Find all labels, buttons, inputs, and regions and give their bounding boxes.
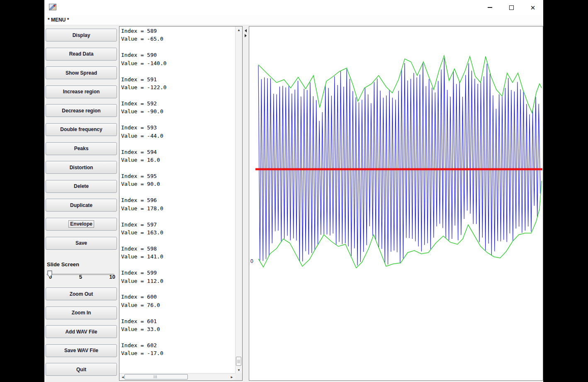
button-label: Peaks [73,145,90,152]
button-label: Quit [75,366,87,373]
log-entry: Index = 593Value = -44.0 [121,124,235,140]
log-line: Value = -44.0 [121,132,235,140]
maximize-icon [509,5,514,10]
sidebar-button-increase-region[interactable]: Increase region [46,85,117,98]
sidebar-button-display[interactable]: Display [46,29,117,41]
scroll-right-icon[interactable]: ► [228,374,235,380]
horizontal-scrollbar-thumb[interactable] [124,374,188,380]
waveform-zero-label: 0 [250,258,253,264]
log-line: Index = 601 [121,317,235,325]
menubar: * MENU * [44,15,543,25]
button-label: Save [74,240,88,246]
log-line: Value = 16.0 [121,156,235,164]
log-entry: Index = 597Value = 163.0 [121,221,235,237]
scroll-up-icon[interactable]: ▲ [236,27,242,33]
titlebar: ✕ [44,0,543,15]
log-line: Value = -140.0 [121,59,235,67]
split-divider[interactable] [243,26,249,381]
log-line: Index = 596 [121,196,235,204]
close-icon: ✕ [530,5,536,11]
button-label: Zoom In [70,309,92,316]
log-line: Value = -122.0 [121,83,235,91]
log-entry: Index = 590Value = -140.0 [121,51,235,67]
split-expand-right-icon[interactable] [245,34,247,37]
scroll-down-icon[interactable]: ▼ [236,367,242,373]
log-line: Index = 595 [121,172,235,180]
window-controls: ✕ [484,0,539,15]
log-entry: Index = 601Value = 33.0 [121,317,235,333]
button-label: Delete [73,183,90,190]
sidebar-button-distortion[interactable]: Distortion [46,161,117,174]
close-button[interactable]: ✕ [527,0,539,15]
log-line: Value = 178.0 [121,204,235,212]
log-line: Value = 112.0 [121,277,235,285]
waveform-panel: 0 [249,26,543,381]
sidebar-button-delete[interactable]: Delete [46,180,117,193]
sidebar-button-add-wav-file[interactable]: Add WAV File [46,325,117,338]
maximize-button[interactable] [505,0,518,15]
screen: ✕ * MENU * DisplayRead DataShow SpreadIn… [0,0,588,382]
sidebar-buttons-top: DisplayRead DataShow SpreadIncrease regi… [46,29,117,255]
horizontal-scrollbar[interactable]: ◄ ► [119,373,235,380]
menu-label: * MENU * [48,17,69,23]
log-line: Value = 90.0 [121,180,235,188]
sidebar: DisplayRead DataShow SpreadIncrease regi… [46,25,117,382]
slider-track[interactable] [46,274,114,275]
sidebar-button-show-spread[interactable]: Show Spread [46,66,117,79]
button-label: Display [71,32,92,39]
log-line: Index = 599 [121,269,235,277]
slider-thumb-icon [47,270,53,278]
app-window: ✕ * MENU * DisplayRead DataShow SpreadIn… [44,0,543,382]
vertical-scrollbar[interactable]: ▲ ▼ [235,27,242,373]
thumb-grip-icon [154,375,157,378]
sidebar-button-double-frequency[interactable]: Double frequency [46,123,117,136]
thumb-grip-icon [237,360,240,363]
sidebar-button-decrease-region[interactable]: Decrease region [46,104,117,117]
minimize-button[interactable] [484,0,496,15]
split-collapse-left-icon[interactable] [245,29,247,32]
slider-thumb[interactable] [47,270,53,280]
scrollbar-corner [235,373,242,380]
log-entry: Index = 596Value = 178.0 [121,196,235,212]
button-label: Decrease region [61,107,102,114]
vertical-scrollbar-thumb[interactable] [236,357,241,366]
sidebar-buttons-bottom: Zoom OutZoom InAdd WAV FileSave WAV File… [46,287,117,382]
button-label: Zoom Out [68,291,95,297]
button-label: Add WAV File [64,328,98,335]
log-line: Value = 33.0 [121,325,235,333]
sidebar-button-read-data[interactable]: Read Data [46,48,117,61]
sidebar-button-zoom-out[interactable]: Zoom Out [46,287,117,300]
log-line: Index = 594 [121,148,235,156]
sidebar-button-save-wav-file[interactable]: Save WAV File [46,344,117,357]
log-line: Index = 598 [121,245,235,253]
log-line: Index = 602 [121,341,235,349]
log-line: Index = 600 [121,293,235,301]
log-entry: Index = 595Value = 90.0 [121,172,235,188]
log-line: Value = 141.0 [121,253,235,260]
sidebar-button-save[interactable]: Save [46,237,117,250]
log-entry: Index = 600Value = 76.0 [121,293,235,309]
log-line: Value = -65.0 [121,35,235,43]
log-entry: Index = 602Value = -17.0 [121,341,235,358]
log-line: Value = -90.0 [121,107,235,115]
sidebar-button-duplicate[interactable]: Duplicate [46,199,117,212]
log-entry: Index = 594Value = 16.0 [121,148,235,164]
log-entry: Index = 592Value = -90.0 [121,100,235,116]
log-line: Index = 590 [121,51,235,59]
button-label: Read Data [68,51,95,57]
log-entry: Index = 591Value = -122.0 [121,75,235,92]
log-view[interactable]: Index = 589Value = -65.0Index = 590Value… [119,27,235,373]
log-panel: Index = 589Value = -65.0Index = 590Value… [119,26,243,381]
log-line: Index = 591 [121,75,235,83]
sidebar-button-peaks[interactable]: Peaks [46,142,117,155]
log-line: Index = 589 [121,27,235,35]
button-label: Distortion [68,164,95,171]
slide-screen-slider[interactable] [46,270,117,273]
sidebar-button-quit[interactable]: Quit [46,363,117,376]
log-entry: Index = 589Value = -65.0 [121,27,235,43]
sidebar-button-envelope[interactable]: Envelope [46,218,117,231]
button-label: Envelope [69,221,93,227]
sidebar-button-zoom-in[interactable]: Zoom In [46,307,117,319]
log-line: Index = 593 [121,124,235,131]
log-line: Value = -17.0 [121,349,235,357]
